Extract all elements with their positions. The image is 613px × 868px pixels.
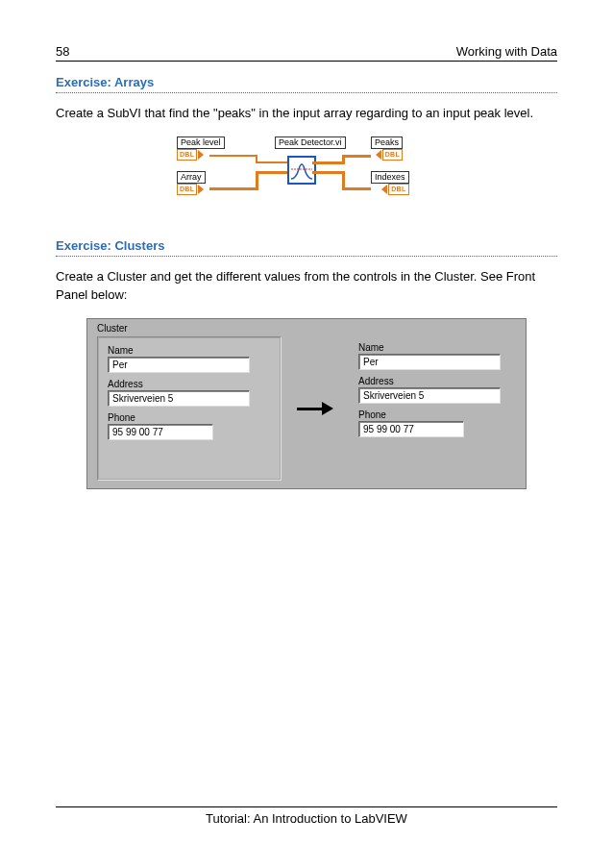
- peak-detector-diagram: Peak level DBL Array DBL Peak Detector.v…: [177, 136, 436, 200]
- front-panel-figure: Cluster Name Per Address Skriverveien 5 …: [56, 318, 557, 489]
- field-label-phone: Phone: [108, 412, 271, 423]
- wire: [256, 171, 287, 174]
- page-header: 58 Working with Data: [56, 44, 557, 62]
- control-array-label: Array: [177, 171, 206, 184]
- indicator-indexes-label: Indexes: [371, 171, 409, 184]
- cluster-box: Name Per Address Skriverveien 5 Phone 95…: [97, 336, 282, 481]
- section-body-arrays: Create a SubVI that find the "peaks" in …: [56, 105, 557, 123]
- terminal-arrow-icon: [198, 150, 204, 160]
- peak-curve-icon: [289, 158, 314, 183]
- wire: [312, 161, 344, 164]
- indicator-stack: Name Per Address Skriverveien 5 Phone 95…: [358, 336, 512, 481]
- control-peak-level: Peak level DBL: [177, 136, 225, 161]
- wire: [312, 171, 344, 174]
- indicator-label-address: Address: [358, 376, 512, 386]
- cluster-input-name[interactable]: Per: [108, 357, 250, 373]
- field-label-address: Address: [108, 379, 271, 389]
- indicator-peaks-label: Peaks: [371, 136, 403, 149]
- indicator-name: Per: [358, 354, 501, 370]
- wire: [209, 155, 257, 157]
- peak-detector-node: [287, 156, 316, 185]
- chapter-title: Working with Data: [456, 44, 557, 59]
- indicator-indexes: Indexes DBL: [371, 171, 409, 195]
- wire: [342, 187, 371, 190]
- wire: [256, 171, 258, 190]
- field-label-name: Name: [108, 345, 271, 356]
- indicator-address: Skriverveien 5: [358, 387, 501, 404]
- indicator-peaks: Peaks DBL: [371, 136, 403, 161]
- page-number: 58: [56, 44, 69, 59]
- control-peak-level-label: Peak level: [177, 136, 225, 149]
- section-body-clusters: Create a Cluster and get the different v…: [56, 268, 557, 305]
- wire: [342, 155, 371, 158]
- indicator-label-name: Name: [358, 342, 512, 353]
- page: 58 Working with Data Exercise: Arrays Cr…: [0, 0, 613, 868]
- block-diagram-figure: Peak level DBL Array DBL Peak Detector.v…: [56, 136, 557, 200]
- terminal-arrow-icon: [381, 185, 387, 194]
- cluster-input-phone[interactable]: 95 99 00 77: [108, 424, 213, 440]
- dbl-badge: DBL: [177, 149, 197, 161]
- front-panel: Cluster Name Per Address Skriverveien 5 …: [86, 318, 527, 489]
- section-heading-arrays: Exercise: Arrays: [56, 75, 557, 93]
- dbl-badge: DBL: [177, 184, 197, 195]
- cluster-label: Cluster: [97, 323, 128, 334]
- terminal-arrow-icon: [376, 150, 381, 160]
- node-label: Peak Detector.vi: [275, 136, 346, 149]
- dbl-badge: DBL: [382, 149, 403, 161]
- indicator-phone: 95 99 00 77: [358, 421, 464, 437]
- indicator-label-phone: Phone: [358, 409, 512, 420]
- page-footer: Tutorial: An Introduction to LabVIEW: [56, 806, 557, 826]
- wire: [209, 187, 257, 190]
- terminal-arrow-icon: [198, 185, 204, 194]
- control-array: Array DBL: [177, 171, 206, 195]
- wire: [256, 161, 287, 163]
- cluster-input-address[interactable]: Skriverveien 5: [108, 390, 250, 407]
- section-heading-clusters: Exercise: Clusters: [56, 238, 557, 257]
- dbl-badge: DBL: [388, 184, 408, 195]
